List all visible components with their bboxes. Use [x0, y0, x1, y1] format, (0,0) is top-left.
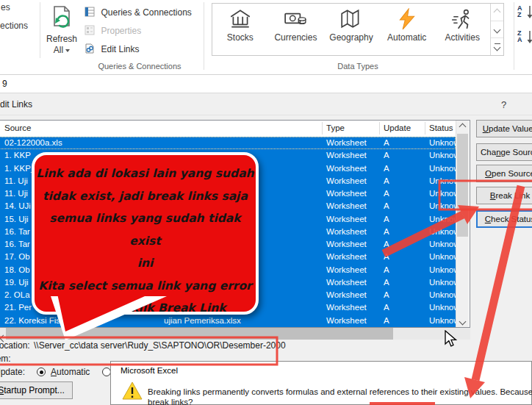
- column-header-type[interactable]: Type: [326, 123, 345, 132]
- queries-connections-icon: [85, 7, 95, 17]
- stocks-datatype-button[interactable]: Stocks: [212, 4, 268, 55]
- properties-button[interactable]: Properties: [85, 24, 141, 35]
- currencies-datatype-button[interactable]: Currencies: [268, 4, 324, 55]
- chevron-down-icon: [459, 318, 467, 325]
- dialog-titlebar-divider: [0, 115, 532, 115]
- ribbon-separator: [204, 2, 204, 70]
- refresh-icon: [48, 4, 75, 32]
- link-status: Unknown: [429, 265, 456, 274]
- sort-down-arrow-icon: [526, 31, 532, 44]
- refresh-all-button[interactable]: Refresh All: [43, 3, 81, 57]
- link-status: Unknown: [429, 201, 456, 210]
- scroll-right-button[interactable]: [446, 331, 452, 344]
- chevron-down-icon: [494, 44, 501, 51]
- link-status: Unknown: [429, 290, 456, 299]
- link-update: A: [384, 278, 389, 287]
- column-header-status[interactable]: Status: [429, 123, 453, 132]
- gallery-scroll-control: [490, 4, 503, 55]
- link-source: 15. Uji: [4, 215, 29, 223]
- cut-ribbon-label-1[interactable]: es: [1, 2, 10, 12]
- link-status: Unknown: [429, 189, 456, 198]
- speech-bubble-tail: [40, 290, 187, 349]
- link-status: Unknown: [429, 316, 456, 325]
- edit-links-button[interactable]: Edit Links: [85, 42, 139, 54]
- link-source: 2. OLa: [4, 290, 30, 299]
- update-values-button[interactable]: Update Values: [476, 120, 532, 137]
- link-type: Worksheet: [326, 138, 367, 147]
- change-source-button[interactable]: Change Source: [476, 143, 532, 161]
- link-source: 16. Tar: [4, 227, 30, 236]
- geography-datatype-button[interactable]: Geography: [323, 4, 379, 55]
- link-update: A: [384, 240, 389, 248]
- link-update: A: [384, 252, 389, 261]
- link-status: Unknown: [429, 252, 456, 261]
- column-divider: [425, 122, 425, 135]
- chevron-right-icon: [445, 334, 453, 342]
- automatic-radio-label[interactable]: Automatic: [51, 367, 90, 377]
- help-button[interactable]: ?: [501, 99, 506, 110]
- link-source: 19. Uji: [4, 278, 29, 287]
- geography-icon: [339, 8, 363, 30]
- dropdown-caret-icon: [65, 49, 70, 52]
- link-source: 1. KKP_: [4, 164, 35, 173]
- open-source-button[interactable]: Open Source: [476, 165, 532, 182]
- excel-window: es ections Refresh All Queries & Connect…: [0, 0, 532, 405]
- formula-bar-strip: 9: [0, 75, 532, 93]
- queries-connections-button[interactable]: Queries & Connections: [85, 5, 192, 17]
- message-box-text-line2: break links?: [148, 398, 193, 405]
- link-source: 02-122000a.xls: [4, 138, 62, 147]
- link-type: Worksheet: [326, 201, 367, 210]
- link-update: A: [384, 176, 389, 185]
- queries-connections-group-label: Queries & Connections: [70, 62, 209, 71]
- column-divider: [322, 122, 323, 135]
- link-source: 1. KKP: [4, 151, 31, 160]
- link-type: Worksheet: [326, 278, 367, 287]
- automatic-icon: [395, 8, 419, 30]
- link-type: Worksheet: [326, 290, 367, 299]
- vertical-scrollbar-thumb[interactable]: [457, 134, 468, 237]
- automatic-radio[interactable]: [37, 368, 46, 376]
- link-update: A: [384, 303, 389, 312]
- sort-down-arrow-icon: [526, 6, 532, 19]
- link-status: Unknown: [429, 176, 456, 185]
- vertical-scrollbar[interactable]: [456, 121, 469, 327]
- link-status: Unknown: [429, 215, 456, 223]
- sort-ascending-button[interactable]: A Z: [517, 5, 522, 18]
- gallery-scroll-down-button[interactable]: [491, 21, 503, 39]
- link-update: A: [384, 265, 389, 274]
- activities-datatype-button[interactable]: Activities: [434, 4, 490, 55]
- scroll-down-button[interactable]: [456, 315, 469, 327]
- gallery-scroll-up-button[interactable]: [491, 4, 503, 21]
- cut-ribbon-label-2[interactable]: ections: [0, 21, 28, 31]
- link-row[interactable]: 02-122000a.xls Worksheet A Unknown: [0, 137, 456, 149]
- queries-connections-label: Queries & Connections: [101, 7, 191, 18]
- name-box-fragment: 9: [2, 79, 7, 89]
- check-status-button[interactable]: Check Status: [476, 210, 532, 228]
- startup-prompt-button[interactable]: Startup Prompt...: [0, 381, 73, 399]
- link-source: 11. Uji: [4, 176, 28, 185]
- link-source: 21. Per: [4, 303, 32, 312]
- properties-label: Properties: [101, 26, 141, 36]
- location-label: Location:: [0, 340, 30, 351]
- column-header-source[interactable]: Source: [4, 123, 31, 132]
- warning-icon: [122, 381, 143, 401]
- break-link-button[interactable]: Break Link: [476, 187, 532, 204]
- listbox-header: Source Type Update Status: [0, 121, 470, 137]
- scroll-up-button[interactable]: [456, 121, 469, 132]
- link-type: Worksheet: [326, 176, 367, 185]
- sort-descending-button[interactable]: Z A: [517, 30, 522, 43]
- link-update: A: [384, 189, 389, 198]
- refresh-all-label-2: All: [43, 45, 81, 55]
- chevron-down-icon: [494, 26, 501, 33]
- link-status: Unknown: [429, 278, 456, 287]
- link-status: Unknown: [429, 164, 456, 173]
- gallery-expand-button[interactable]: [491, 38, 503, 55]
- link-source: 18. Ob: [4, 265, 30, 274]
- automatic-datatype-button[interactable]: Automatic: [379, 4, 435, 55]
- activities-icon: [450, 8, 474, 30]
- column-header-update[interactable]: Update: [384, 123, 411, 132]
- edit-links-icon: [85, 43, 95, 54]
- link-source: 11. Uji: [4, 189, 28, 198]
- link-status: Unknown: [429, 303, 456, 312]
- link-update: A: [384, 316, 389, 325]
